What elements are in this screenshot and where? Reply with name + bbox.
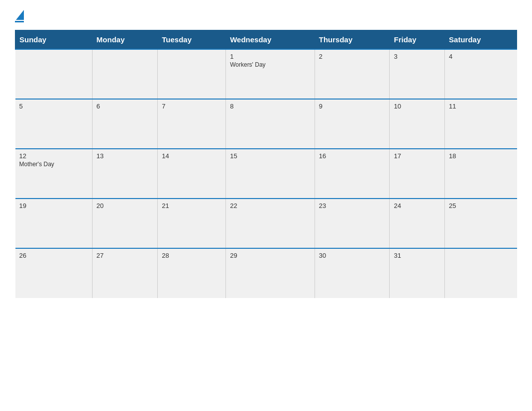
day-number: 11 xyxy=(449,103,513,110)
calendar-cell: 17 xyxy=(390,149,445,199)
calendar-cell: 1Workers' Day xyxy=(226,49,315,99)
day-number: 29 xyxy=(230,252,311,259)
calendar-cell: 16 xyxy=(315,149,390,199)
day-number: 1 xyxy=(230,53,311,60)
calendar-cell: 20 xyxy=(92,199,157,248)
day-number: 2 xyxy=(319,53,386,60)
calendar-cell: 30 xyxy=(315,248,390,298)
day-number: 26 xyxy=(19,252,88,259)
calendar-cell: 11 xyxy=(445,99,517,149)
day-number: 20 xyxy=(97,202,153,209)
calendar-cell: 28 xyxy=(158,248,226,298)
calendar-cell: 12Mother's Day xyxy=(15,149,93,199)
calendar-cell: 26 xyxy=(15,248,93,298)
calendar-cell: 7 xyxy=(158,99,226,149)
week-row-4: 19202122232425 xyxy=(15,199,517,248)
calendar-cell: 21 xyxy=(158,199,226,248)
calendar-cell: 19 xyxy=(15,199,93,248)
holiday-label: Mother's Day xyxy=(19,161,88,168)
day-number: 27 xyxy=(97,252,153,259)
day-number: 30 xyxy=(319,252,386,259)
calendar-cell: 22 xyxy=(226,199,315,248)
calendar-cell: 9 xyxy=(315,99,390,149)
day-number: 21 xyxy=(162,202,221,209)
calendar-cell: 29 xyxy=(226,248,315,298)
calendar-cell: 14 xyxy=(158,149,226,199)
day-number: 10 xyxy=(394,103,440,110)
week-row-1: 1Workers' Day234 xyxy=(15,49,517,99)
day-number: 4 xyxy=(449,53,513,60)
calendar-cell: 15 xyxy=(226,149,315,199)
day-number: 5 xyxy=(19,103,88,110)
day-header-wednesday: Wednesday xyxy=(226,30,315,50)
day-header-monday: Monday xyxy=(92,30,157,50)
day-number: 6 xyxy=(97,103,153,110)
day-header-tuesday: Tuesday xyxy=(158,30,226,50)
calendar-cell: 27 xyxy=(92,248,157,298)
day-number: 16 xyxy=(319,152,386,160)
calendar-cell: 8 xyxy=(226,99,315,149)
day-number: 14 xyxy=(162,152,221,160)
calendar-table: SundayMondayTuesdayWednesdayThursdayFrid… xyxy=(15,30,517,298)
calendar-cell: 4 xyxy=(445,49,517,99)
day-number: 23 xyxy=(319,202,386,209)
calendar-cell: 31 xyxy=(390,248,445,298)
calendar-cell: 23 xyxy=(315,199,390,248)
calendar-cell xyxy=(92,49,157,99)
day-header-sunday: Sunday xyxy=(15,30,93,50)
day-number: 3 xyxy=(394,53,440,60)
day-number: 15 xyxy=(230,152,311,160)
day-number: 24 xyxy=(394,202,440,209)
day-number: 22 xyxy=(230,202,311,209)
day-number: 17 xyxy=(394,152,440,160)
calendar-cell: 3 xyxy=(390,49,445,99)
week-row-5: 262728293031 xyxy=(15,248,517,298)
calendar-cell: 6 xyxy=(92,99,157,149)
calendar-cell: 2 xyxy=(315,49,390,99)
calendar-cell: 18 xyxy=(445,149,517,199)
week-row-2: 567891011 xyxy=(15,99,517,149)
day-number: 9 xyxy=(319,103,386,110)
day-number: 19 xyxy=(19,202,88,209)
calendar-cell xyxy=(445,248,517,298)
day-header-thursday: Thursday xyxy=(315,30,390,50)
day-number: 25 xyxy=(449,202,513,209)
page-header xyxy=(15,10,517,22)
calendar-cell xyxy=(158,49,226,99)
day-header-friday: Friday xyxy=(390,30,445,50)
calendar-cell: 5 xyxy=(15,99,93,149)
calendar-cell: 10 xyxy=(390,99,445,149)
day-number: 7 xyxy=(162,103,221,110)
day-number: 28 xyxy=(162,252,221,259)
day-number: 18 xyxy=(449,152,513,160)
logo-underline xyxy=(15,21,24,22)
logo-triangle-icon xyxy=(16,10,24,20)
week-row-3: 12Mother's Day131415161718 xyxy=(15,149,517,199)
logo xyxy=(15,10,24,22)
calendar-cell: 25 xyxy=(445,199,517,248)
day-number: 12 xyxy=(19,152,88,160)
day-number: 13 xyxy=(97,152,153,160)
days-of-week-row: SundayMondayTuesdayWednesdayThursdayFrid… xyxy=(15,30,517,50)
calendar-header: SundayMondayTuesdayWednesdayThursdayFrid… xyxy=(15,30,517,50)
day-number: 8 xyxy=(230,103,311,110)
calendar-body: 1Workers' Day23456789101112Mother's Day1… xyxy=(15,49,517,298)
calendar-cell xyxy=(15,49,93,99)
day-number: 31 xyxy=(394,252,440,259)
calendar-cell: 13 xyxy=(92,149,157,199)
holiday-label: Workers' Day xyxy=(230,61,311,68)
calendar-cell: 24 xyxy=(390,199,445,248)
day-header-saturday: Saturday xyxy=(445,30,517,50)
